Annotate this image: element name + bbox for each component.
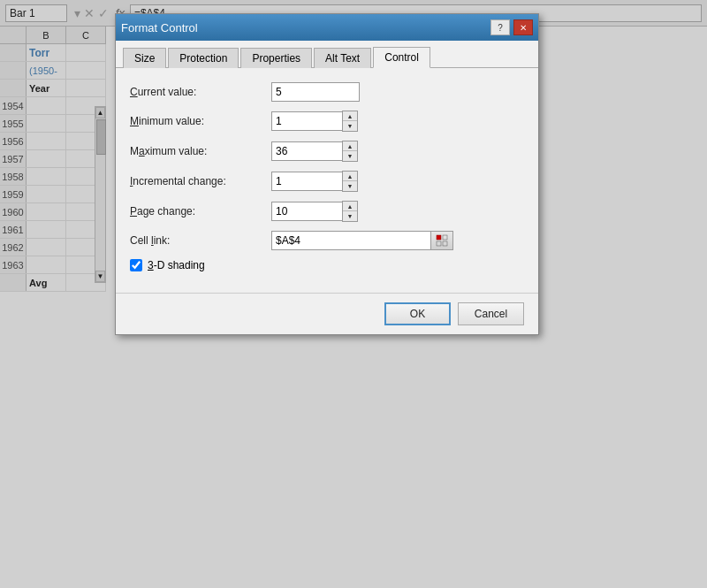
maximum-value-row: Maximum value: ▲ ▼ bbox=[130, 141, 524, 162]
maximum-value-down-arrow[interactable]: ▼ bbox=[343, 151, 357, 161]
close-button[interactable]: ✕ bbox=[513, 19, 533, 35]
minimum-value-row: Minimum value: ▲ ▼ bbox=[130, 111, 524, 132]
tab-properties[interactable]: Properties bbox=[240, 48, 312, 68]
cell-link-picker-icon bbox=[436, 234, 448, 247]
page-change-down-arrow[interactable]: ▼ bbox=[343, 211, 357, 221]
minimum-value-down-arrow[interactable]: ▼ bbox=[343, 121, 357, 131]
maximum-value-input[interactable] bbox=[271, 141, 342, 161]
shading-checkbox[interactable] bbox=[130, 259, 142, 271]
incremental-change-up-arrow[interactable]: ▲ bbox=[343, 172, 357, 181]
dialog-body: Current value: Minimum value: ▲ ▼ Maximu… bbox=[116, 68, 538, 293]
incremental-change-down-arrow[interactable]: ▼ bbox=[343, 181, 357, 191]
dialog-footer: OK Cancel bbox=[116, 293, 538, 334]
title-buttons: ? ✕ bbox=[490, 19, 533, 35]
incremental-change-arrows: ▲ ▼ bbox=[342, 171, 358, 192]
svg-rect-3 bbox=[443, 241, 447, 246]
maximum-value-up-arrow[interactable]: ▲ bbox=[343, 141, 357, 151]
current-value-row: Current value: bbox=[130, 82, 524, 102]
minimum-value-label: Minimum value: bbox=[130, 115, 271, 127]
cancel-button[interactable]: Cancel bbox=[458, 302, 524, 325]
page-change-up-arrow[interactable]: ▲ bbox=[343, 202, 357, 211]
cell-link-row: Cell link: bbox=[130, 231, 524, 250]
maximum-value-label: Maximum value: bbox=[130, 145, 271, 157]
page-change-input[interactable] bbox=[271, 202, 342, 221]
page-change-row: Page change: ▲ ▼ bbox=[130, 201, 524, 222]
page-change-spinner: ▲ ▼ bbox=[271, 201, 358, 222]
incremental-change-row: Incremental change: ▲ ▼ bbox=[130, 171, 524, 192]
current-value-label: Current value: bbox=[130, 86, 271, 98]
shading-checkbox-row: 3-D shading bbox=[130, 259, 524, 271]
tab-alt-text[interactable]: Alt Text bbox=[314, 48, 371, 68]
svg-rect-2 bbox=[443, 235, 447, 240]
maximum-value-spinner: ▲ ▼ bbox=[271, 141, 358, 162]
minimum-value-input[interactable] bbox=[271, 111, 342, 131]
dialog-title-bar: Format Control ? ✕ bbox=[116, 14, 538, 41]
tab-protection[interactable]: Protection bbox=[168, 48, 239, 68]
page-change-label: Page change: bbox=[130, 205, 271, 218]
ok-button[interactable]: OK bbox=[384, 302, 451, 325]
page-change-arrows: ▲ ▼ bbox=[342, 201, 358, 222]
help-button[interactable]: ? bbox=[490, 19, 510, 35]
minimum-value-spinner: ▲ ▼ bbox=[271, 111, 358, 132]
shading-label: 3-D shading bbox=[148, 259, 205, 271]
minimum-value-arrows: ▲ ▼ bbox=[342, 111, 358, 132]
tabs-container: Size Protection Properties Alt Text Cont… bbox=[116, 41, 538, 68]
cell-link-input[interactable] bbox=[271, 231, 430, 250]
tab-control[interactable]: Control bbox=[373, 47, 430, 68]
svg-rect-0 bbox=[437, 235, 441, 240]
incremental-change-label: Incremental change: bbox=[130, 175, 271, 187]
dialog-title: Format Control bbox=[121, 21, 198, 34]
minimum-value-up-arrow[interactable]: ▲ bbox=[343, 111, 357, 121]
tab-size[interactable]: Size bbox=[123, 48, 166, 68]
incremental-change-spinner: ▲ ▼ bbox=[271, 171, 358, 192]
cell-link-label: Cell link: bbox=[130, 234, 271, 247]
format-control-dialog: Format Control ? ✕ Size Protection Prope… bbox=[115, 13, 539, 335]
svg-rect-1 bbox=[437, 241, 441, 246]
cell-link-picker-button[interactable] bbox=[430, 231, 453, 250]
maximum-value-arrows: ▲ ▼ bbox=[342, 141, 358, 162]
current-value-input[interactable] bbox=[271, 82, 360, 102]
incremental-change-input[interactable] bbox=[271, 172, 342, 191]
